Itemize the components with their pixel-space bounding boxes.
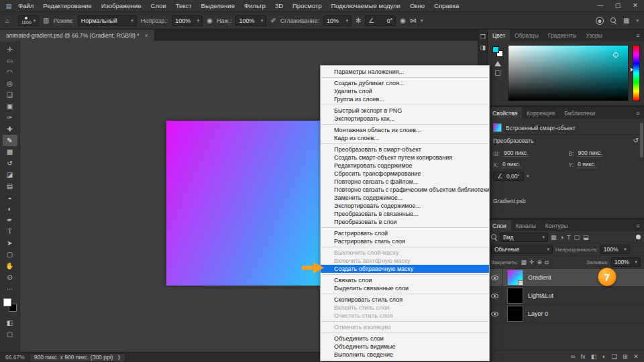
lasso-tool[interactable]: ◠ [3,66,17,78]
context-menu-item[interactable]: Экспортировать как... [321,115,489,123]
brush-preset-picker[interactable]: 1000 ▾ [18,15,39,26]
visibility-toggle[interactable] [488,305,502,322]
menubar-item[interactable]: 3D [270,0,288,11]
type-tool[interactable]: T [3,226,17,237]
filter-toggle[interactable] [636,235,641,239]
dimension-value[interactable]: 0 пикс. [501,161,522,168]
blend-mode-select[interactable]: Обычные ▾ [491,245,553,254]
hue-slider[interactable] [633,45,640,101]
brush-settings-panel-icon[interactable]: ▥ [43,17,49,24]
tablet-pressure-size-icon[interactable]: ◉ [400,17,406,24]
fill-select[interactable]: 100% ▾ [611,257,641,267]
lock-all-icon[interactable]: ◘ [545,259,548,265]
context-menu-item[interactable]: Создать смарт-объект путем копирования [321,154,489,162]
new-group-icon[interactable]: ❏ [612,353,618,360]
rotation-field[interactable]: ∠ 0,00° [493,172,524,181]
account-icon[interactable]: ☻ [596,17,604,25]
option-select[interactable]: 100%▾ [235,15,266,26]
object-selection-tool[interactable]: ◎ [3,78,17,89]
document-tab[interactable]: animated-gradient.psd @ 66.7% (Gradient,… [0,29,155,41]
hue-marker-icon[interactable] [631,68,633,72]
layer-row[interactable]: Layer 0 [488,305,644,323]
foreground-background-swatches[interactable] [3,298,17,312]
screen-mode-icon[interactable]: ▢ [7,330,13,338]
menubar-item[interactable]: Подключаемые модули [326,0,405,11]
tab-Свойства[interactable]: Свойства [488,107,522,119]
pixel-layers-filter-icon[interactable]: ▦ [551,234,557,241]
brush-tool[interactable]: ✎ [3,135,17,146]
eyedropper-tool[interactable]: ✑ [3,112,17,123]
workspace-grid-icon[interactable]: ▦ [623,17,629,24]
eraser-tool[interactable]: ◪ [3,169,17,180]
adjustment-layers-filter-icon[interactable]: ◑ [560,234,564,241]
smart-object-filter-icon[interactable]: ⬓ [583,234,589,241]
menubar-item[interactable]: Редактирование [38,0,96,11]
menubar-item[interactable]: Фильтр [239,0,270,11]
tab-Градиенты[interactable]: Градиенты [543,29,582,41]
home-icon[interactable]: ⌂ [5,17,9,24]
collapsed-panel-icon[interactable]: ❒ [480,34,485,40]
document-info[interactable]: 900 пикс. x 900 пикс. (300 ppi) ❯ [30,353,125,362]
menubar-item[interactable]: Выделение [197,0,239,11]
chevron-down-icon[interactable]: ▾ [636,18,639,23]
context-menu-item[interactable]: Выделить связанные слои [321,284,489,292]
context-menu-item[interactable]: Растрировать слой [321,229,489,237]
app-menu-icon[interactable]: ▤ [4,3,13,9]
context-menu-item[interactable]: Быстрый экспорт в PNG [321,107,489,115]
shape-tool[interactable]: ▢ [3,249,17,260]
visibility-toggle[interactable] [488,287,502,304]
option-select[interactable]: 100%▾ [172,15,203,26]
blur-tool[interactable]: ◒ [3,192,17,203]
tab-Контуры[interactable]: Контуры [541,220,572,231]
dimension-value[interactable]: 900 пикс. [502,149,529,157]
path-selection-tool[interactable]: ➤ [3,237,17,249]
tab-Коррекция[interactable]: Коррекция [522,107,559,119]
minimize-button[interactable]: — [592,0,609,11]
context-menu-item[interactable]: Группа из слоев... [321,95,489,103]
tab-Каналы[interactable]: Каналы [511,220,541,231]
lock-position-icon[interactable]: ⊕ [537,259,543,265]
context-menu-item[interactable]: Сбросить трансформирование [321,170,489,178]
dodge-tool[interactable]: ◐ [3,203,17,215]
new-layer-icon[interactable]: ⊞ [623,353,628,360]
context-menu-item[interactable]: Выполнить сведение [321,351,489,359]
brush-angle-field[interactable]: ∠ 0° [365,15,396,26]
menubar-item[interactable]: Текст [171,0,197,11]
chevron-down-icon[interactable]: ▾ [421,18,423,23]
context-menu-item[interactable]: Создать дубликат слоя... [321,79,489,87]
clone-stamp-tool[interactable]: ▩ [3,146,17,158]
menubar-item[interactable]: Окно [405,0,429,11]
menubar-item[interactable]: Изображение [97,0,146,11]
zoom-tool[interactable]: ⊙ [3,272,17,283]
tab-Цвет[interactable]: Цвет [488,29,510,41]
healing-brush-tool[interactable]: ✚ [3,123,17,135]
close-button[interactable]: ✕ [627,0,644,11]
frame-tool[interactable]: ▣ [3,101,17,112]
context-menu-item[interactable]: Повторно связать с графическим объектом … [321,186,489,194]
type-layers-filter-icon[interactable]: T [567,234,571,241]
lock-transparency-icon[interactable]: ▦ [521,259,527,265]
context-menu-item[interactable]: Редактировать содержимое [321,162,489,170]
search-icon[interactable] [610,17,616,23]
menubar-item[interactable]: Справка [429,0,464,11]
layer-style-icon[interactable]: fx [580,353,585,360]
reset-transform-icon[interactable]: ↺ [633,137,639,144]
context-menu-item[interactable]: Создать обтравочную маску [321,265,489,273]
menubar-item[interactable]: Файл [13,0,38,11]
gradient-tool[interactable]: ▤ [3,180,17,192]
foreground-color-swatch[interactable] [492,46,499,53]
history-brush-tool[interactable]: ↺ [3,158,17,169]
context-menu-item[interactable]: Экспортировать содержимое... [321,202,489,210]
context-menu-item[interactable]: Растрировать стиль слоя [321,237,489,245]
airbrush-icon[interactable]: ✐ [270,17,276,24]
context-menu-item[interactable]: Скопировать стиль слоя [321,296,489,304]
collapsed-panel-icon[interactable]: ◨ [480,45,486,51]
pen-tool[interactable]: ✒ [3,215,17,226]
tab-Слои[interactable]: Слои [488,220,511,231]
lock-pixels-icon[interactable]: ✛ [529,259,535,265]
panel-menu-icon[interactable]: ≡ [632,29,644,41]
menubar-item[interactable]: Просмотр [288,0,326,11]
layer-row[interactable]: Light&Lut [488,287,644,305]
context-menu-item[interactable]: Преобразовать в смарт-объект [321,145,489,154]
option-select[interactable]: 10%▾ [323,15,352,26]
